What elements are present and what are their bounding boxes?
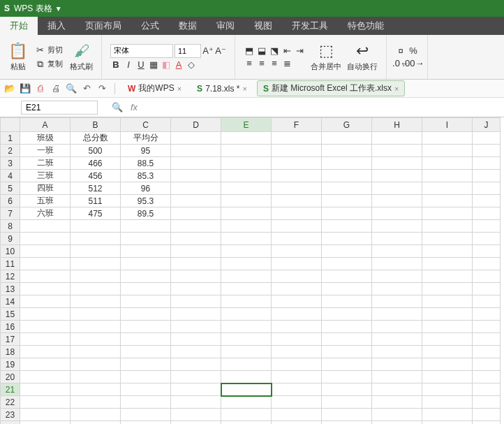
cell-F21[interactable]: [272, 383, 322, 396]
cell-I8[interactable]: [422, 220, 473, 233]
tab-start[interactable]: 开始: [0, 17, 38, 35]
cell-H6[interactable]: [372, 195, 422, 207]
cell-E11[interactable]: [221, 258, 272, 270]
cell-G15[interactable]: [322, 308, 372, 321]
cell-B17[interactable]: [71, 333, 121, 346]
cell-J2[interactable]: [473, 145, 501, 157]
tab-special[interactable]: 特色功能: [338, 17, 394, 35]
font-name-combo[interactable]: [110, 44, 173, 58]
cell-C21[interactable]: [121, 383, 171, 396]
cell-E14[interactable]: [221, 295, 272, 308]
cell-E9[interactable]: [221, 233, 272, 245]
cell-G4[interactable]: [322, 170, 372, 182]
cell-G12[interactable]: [322, 270, 372, 283]
cell-A21[interactable]: [20, 383, 71, 396]
cell-C12[interactable]: [121, 270, 171, 283]
col-header-C[interactable]: C: [121, 118, 171, 132]
cell-E6[interactable]: [221, 195, 272, 207]
cell-B23[interactable]: [71, 409, 121, 421]
cell-G9[interactable]: [322, 233, 372, 245]
cell-G19[interactable]: [322, 358, 372, 371]
cell-J8[interactable]: [473, 220, 501, 233]
cell-J6[interactable]: [473, 195, 501, 207]
cell-B14[interactable]: [71, 295, 121, 308]
cell-I9[interactable]: [422, 233, 473, 245]
cell-G1[interactable]: [322, 132, 372, 145]
cell-J22[interactable]: [473, 396, 501, 409]
cell-E22[interactable]: [221, 396, 272, 409]
search-icon[interactable]: 🔍: [112, 102, 123, 113]
cell-D1[interactable]: [171, 132, 221, 145]
row-header-11[interactable]: 11: [1, 258, 20, 270]
fx-icon[interactable]: fx: [128, 102, 140, 113]
cell-F19[interactable]: [272, 358, 322, 371]
cell-F16[interactable]: [272, 321, 322, 333]
cell-H11[interactable]: [372, 258, 422, 270]
close-icon[interactable]: ×: [177, 85, 181, 93]
cell-C7[interactable]: 89.5: [121, 207, 171, 220]
close-icon[interactable]: ×: [394, 85, 399, 93]
cell-D4[interactable]: [171, 170, 221, 182]
col-header-B[interactable]: B: [71, 118, 121, 132]
cell-F7[interactable]: [272, 207, 322, 220]
tab-layout[interactable]: 页面布局: [75, 17, 131, 35]
cell-I24[interactable]: [422, 421, 473, 425]
cell-C18[interactable]: [121, 346, 171, 358]
cell-A15[interactable]: [20, 308, 71, 321]
cell-D5[interactable]: [171, 182, 221, 195]
align-left-icon[interactable]: ≡: [244, 58, 255, 69]
cell-F20[interactable]: [272, 371, 322, 383]
cell-B15[interactable]: [71, 308, 121, 321]
cell-F17[interactable]: [272, 333, 322, 346]
cell-F23[interactable]: [272, 409, 322, 421]
cell-F24[interactable]: [272, 421, 322, 425]
cell-F2[interactable]: [272, 145, 322, 157]
cell-G2[interactable]: [322, 145, 372, 157]
paste-button[interactable]: 📋 粘贴: [6, 41, 30, 73]
cell-C4[interactable]: 85.3: [121, 170, 171, 182]
cell-G14[interactable]: [322, 295, 372, 308]
cell-C13[interactable]: [121, 283, 171, 295]
cell-A22[interactable]: [20, 396, 71, 409]
cell-C8[interactable]: [121, 220, 171, 233]
cell-H16[interactable]: [372, 321, 422, 333]
cell-A24[interactable]: [20, 421, 71, 425]
cell-C11[interactable]: [121, 258, 171, 270]
cell-I14[interactable]: [422, 295, 473, 308]
indent-decrease-icon[interactable]: ⇤: [281, 45, 292, 57]
cell-I19[interactable]: [422, 358, 473, 371]
cell-A2[interactable]: 一班: [20, 145, 71, 157]
cell-G10[interactable]: [322, 245, 372, 258]
cell-I23[interactable]: [422, 409, 473, 421]
cell-B1[interactable]: 总分数: [71, 132, 121, 145]
cell-J21[interactable]: [473, 383, 501, 396]
align-middle-icon[interactable]: ⬓: [256, 45, 267, 57]
cell-D19[interactable]: [171, 358, 221, 371]
cell-D11[interactable]: [171, 258, 221, 270]
cell-B10[interactable]: [71, 245, 121, 258]
cell-I5[interactable]: [422, 182, 473, 195]
cell-F22[interactable]: [272, 396, 322, 409]
cut-button[interactable]: ✂剪切: [33, 44, 64, 57]
cell-A10[interactable]: [20, 245, 71, 258]
col-header-D[interactable]: D: [171, 118, 221, 132]
col-header-E[interactable]: E: [221, 118, 272, 132]
cell-J15[interactable]: [473, 308, 501, 321]
cell-J23[interactable]: [473, 409, 501, 421]
cell-D16[interactable]: [171, 321, 221, 333]
cell-J5[interactable]: [473, 182, 501, 195]
cell-F11[interactable]: [272, 258, 322, 270]
export-pdf-icon[interactable]: ⎙: [35, 83, 46, 94]
row-header-23[interactable]: 23: [1, 409, 20, 421]
cell-B9[interactable]: [71, 233, 121, 245]
cell-E5[interactable]: [221, 182, 272, 195]
cell-A16[interactable]: [20, 321, 71, 333]
clear-format-icon[interactable]: ◇: [186, 59, 197, 71]
tab-dev[interactable]: 开发工具: [282, 17, 338, 35]
cell-E7[interactable]: [221, 207, 272, 220]
cell-D10[interactable]: [171, 245, 221, 258]
cell-F9[interactable]: [272, 233, 322, 245]
cell-G13[interactable]: [322, 283, 372, 295]
cell-B11[interactable]: [71, 258, 121, 270]
borders-icon[interactable]: ▦: [148, 59, 159, 71]
